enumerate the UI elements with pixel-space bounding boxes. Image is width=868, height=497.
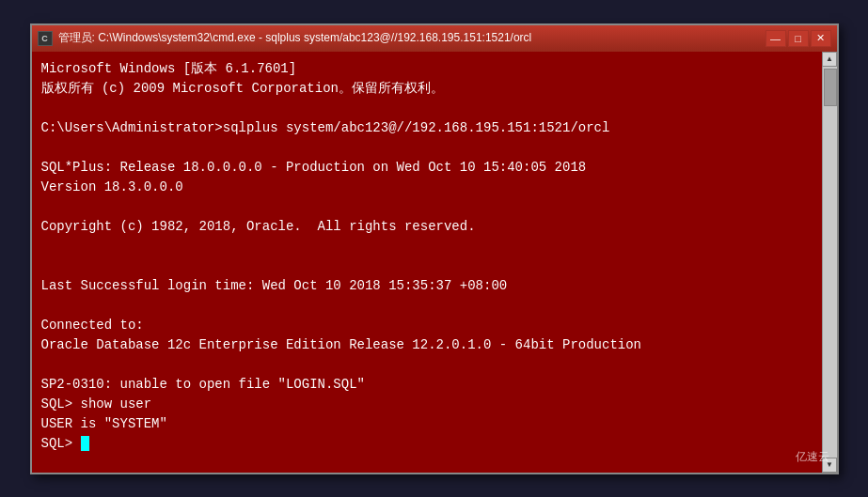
scroll-up-button[interactable]: ▲ <box>822 52 837 67</box>
terminal-line <box>41 138 813 158</box>
terminal-line: 版权所有 (c) 2009 Microsoft Corporation。保留所有… <box>41 79 813 99</box>
cmd-window: C 管理员: C:\Windows\system32\cmd.exe - sql… <box>30 23 839 474</box>
scrollbar-thumb[interactable] <box>824 69 837 106</box>
terminal-line: USER is "SYSTEM" <box>41 414 813 434</box>
scrollbar-track <box>823 67 837 458</box>
terminal-line: SQL> <box>41 434 813 454</box>
terminal-line: Copyright (c) 1982, 2018, Oracle. All ri… <box>41 217 813 237</box>
terminal-line: SQL*Plus: Release 18.0.0.0.0 - Productio… <box>41 158 813 178</box>
terminal-line <box>41 296 813 316</box>
window-title: 管理员: C:\Windows\system32\cmd.exe - sqlpl… <box>58 30 532 46</box>
watermark: 亿速云 <box>796 449 829 465</box>
terminal-body: Microsoft Windows [版本 6.1.7601]版权所有 (c) … <box>32 52 837 473</box>
terminal-line <box>41 99 813 118</box>
terminal-line <box>41 256 813 276</box>
terminal-line: Oracle Database 12c Enterprise Edition R… <box>41 335 813 355</box>
cmd-icon: C <box>38 31 53 46</box>
terminal-cursor <box>81 436 89 451</box>
scrollbar[interactable]: ▲ ▼ <box>822 52 837 473</box>
maximize-button[interactable]: □ <box>788 30 809 47</box>
window-controls: — □ ✕ <box>765 30 831 47</box>
terminal-line: Connected to: <box>41 316 813 335</box>
terminal-line: Last Successful login time: Wed Oct 10 2… <box>41 276 813 296</box>
terminal-line: SP2-0310: unable to open file "LOGIN.SQL… <box>41 375 813 395</box>
terminal-line: C:\Users\Administrator>sqlplus system/ab… <box>41 118 813 138</box>
title-bar: C 管理员: C:\Windows\system32\cmd.exe - sql… <box>32 25 837 52</box>
terminal-content[interactable]: Microsoft Windows [版本 6.1.7601]版权所有 (c) … <box>32 52 822 473</box>
close-button[interactable]: ✕ <box>811 30 831 47</box>
title-bar-left: C 管理员: C:\Windows\system32\cmd.exe - sql… <box>38 30 532 46</box>
terminal-line: SQL> show user <box>41 395 813 414</box>
terminal-line: Microsoft Windows [版本 6.1.7601] <box>41 59 813 79</box>
minimize-button[interactable]: — <box>765 30 786 47</box>
terminal-line: Version 18.3.0.0.0 <box>41 178 813 197</box>
terminal-line <box>41 237 813 256</box>
terminal-line <box>41 197 813 217</box>
terminal-line <box>41 355 813 375</box>
